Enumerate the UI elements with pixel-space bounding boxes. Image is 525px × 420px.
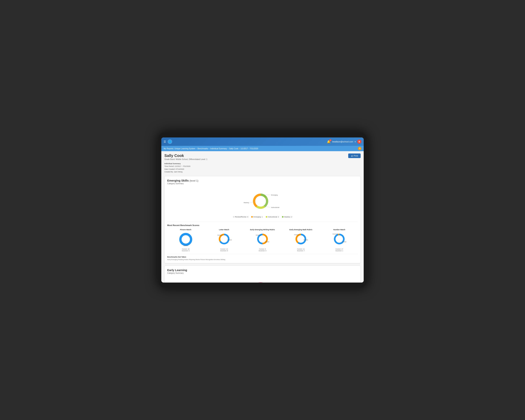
legend-dot-instructional — [266, 216, 267, 218]
emerging-skills-chart: Emerging Mastery Instructional Review/Re… — [167, 187, 358, 220]
globe-icon: 🌐 — [168, 139, 172, 144]
benchmark-writing-rubric-scores: Correct: 9Incorrect: 9 — [259, 248, 266, 252]
user-avatar: B — [357, 140, 361, 144]
legend-review-label: Review/Revise: 0 — [235, 216, 248, 218]
legend-mastery: Mastery: 2 — [282, 216, 292, 218]
emerging-skills-donut-svg: Emerging Mastery Instructional — [244, 189, 281, 214]
benchmark-letter-match: Letter Match Incorrect — [211, 229, 237, 252]
svg-point-28 — [253, 282, 268, 282]
benchmarks-not-taken: Benchmarks Not Taken Early Emerging Read… — [167, 254, 358, 261]
breadcrumb-sep-4: › — [239, 148, 240, 150]
emerging-skills-legend: Review/Revise: 0 Emerging: 1 Instruction… — [233, 216, 292, 218]
emerging-skills-title: Emerging Skills (level 1) — [167, 179, 358, 182]
breadcrumb-item-1[interactable]: My Reports: Unique Learning System — [164, 148, 195, 150]
breadcrumb-item-4[interactable]: Sally Cook — [229, 148, 238, 150]
breadcrumb-sep-1: › — [196, 148, 197, 150]
student-name: Sally Cook — [164, 153, 207, 158]
svg-text:Correct: Correct — [183, 245, 188, 246]
svg-text:Incorrect: Incorrect — [256, 234, 261, 236]
app-header: ☰ 🌐 🔔 2 bwallace@school.com ▾ B — [161, 138, 364, 146]
early-learning-donut-svg: Review/Revise — [244, 278, 281, 282]
benchmark-writing-rubric: Early Emerging Writing Rubric — [249, 229, 276, 252]
breadcrumb-sep-2: › — [209, 148, 209, 150]
legend-emerging-label: Emerging: 1 — [253, 216, 263, 218]
page-header: Sally Cook Grade Band: Middle School, Di… — [164, 153, 361, 160]
svg-text:Correct: Correct — [265, 241, 269, 243]
report-info: Individual Summary Time Period: 1/1/2017… — [164, 162, 361, 173]
benchmark-scores-section: Most Recent Benchmark Scores Picture Mat… — [167, 222, 358, 261]
report-date-created: Date Created: 07/14/2020 — [164, 168, 361, 170]
help-icon[interactable]: ? — [358, 147, 361, 150]
legend-mastery-label: Mastery: 2 — [284, 216, 292, 218]
header-right: 🔔 2 bwallace@school.com ▾ B — [327, 140, 361, 144]
svg-point-8 — [221, 236, 227, 242]
benchmark-letter-match-label: Letter Match — [219, 229, 229, 231]
emerging-label: Emerging — [271, 194, 278, 196]
legend-instructional-label: Instructional: 2 — [268, 216, 279, 218]
early-learning-title: Early Learning — [167, 268, 358, 272]
tablet-frame: ☰ 🌐 🔔 2 bwallace@school.com ▾ B My Repor… — [158, 132, 367, 288]
early-learning-subtitle: Category Summary — [167, 272, 358, 274]
emerging-skills-subtitle: Category Summary — [167, 183, 358, 185]
svg-text:Incorrect: Incorrect — [294, 234, 299, 235]
early-learning-section: Early Learning Category Summary Review/R… — [164, 266, 361, 282]
mastery-label: Mastery — [244, 202, 249, 204]
report-created-by: Created By: Jami Wong — [164, 170, 361, 173]
legend-instructional: Instructional: 2 — [266, 216, 279, 218]
notification-badge: 2 — [329, 139, 331, 141]
legend-review: Review/Revise: 0 — [233, 216, 248, 218]
svg-point-18 — [298, 236, 304, 242]
benchmark-picture-match: Picture Match Correct Correct: 18Incorre… — [172, 229, 199, 252]
benchmark-number-match-scores: Correct: 17Incorrect: 1 — [335, 248, 343, 252]
benchmark-writing-chart: Incorrect Correct — [255, 232, 270, 247]
benchmark-number-match: Number Match Incorrect Correct — [326, 229, 353, 252]
benchmark-number-match-label: Number Match — [333, 229, 345, 231]
legend-dot-review — [233, 216, 234, 218]
benchmark-number-match-chart: Incorrect Correct — [332, 232, 347, 247]
user-email: bwallace@school.com — [332, 140, 353, 143]
report-time-period: Time Period: 1/1/2017 - 7/31/2020 — [164, 165, 361, 168]
svg-point-0 — [255, 196, 266, 206]
not-taken-items: Early Emerging Reading Rubric Rhyming Wo… — [167, 259, 358, 261]
student-grade: Grade Band: Middle School, Differentiate… — [164, 158, 207, 160]
breadcrumb-sep-3: › — [228, 148, 228, 150]
svg-point-5 — [183, 236, 189, 243]
benchmarks-grid: Picture Match Correct Correct: 18Incorre… — [167, 229, 358, 252]
header-left: ☰ 🌐 — [164, 139, 172, 144]
hamburger-icon[interactable]: ☰ — [164, 140, 166, 143]
benchmark-math-rubric-label: Early Emerging Math Rubric — [290, 229, 312, 231]
breadcrumb: My Reports: Unique Learning System › Ben… — [164, 148, 258, 150]
print-button[interactable]: 🖨 Print — [348, 153, 361, 158]
benchmark-letter-match-scores: Correct: 12Incorrect: 6 — [220, 248, 228, 252]
user-dropdown-icon[interactable]: ▾ — [355, 141, 356, 143]
svg-text:Correct: Correct — [228, 239, 232, 241]
instructional-label: Instructional — [271, 206, 279, 208]
student-info: Sally Cook Grade Band: Middle School, Di… — [164, 153, 207, 160]
breadcrumb-item-3[interactable]: Individual Summary — [210, 148, 227, 150]
benchmark-math-rubric-scores: Correct: 11Incorrect: 7 — [297, 248, 305, 252]
legend-dot-mastery — [282, 216, 283, 218]
emerging-skills-donut-wrap: Emerging Mastery Instructional Review/Re… — [233, 189, 292, 218]
not-taken-title: Benchmarks Not Taken — [167, 256, 358, 258]
benchmarks-title: Most Recent Benchmark Scores — [167, 224, 358, 226]
benchmark-letter-match-chart: Incorrect Correct — [216, 232, 232, 247]
legend-dot-emerging — [251, 216, 253, 218]
benchmark-picture-match-scores: Correct: 18Incorrect: 0 — [182, 248, 190, 252]
early-learning-chart: Review/Revise Review/Revise: 1 Emerging:… — [167, 276, 358, 282]
emerging-skills-section: Emerging Skills (level 1) Category Summa… — [164, 176, 361, 263]
benchmark-picture-match-chart: Correct — [178, 232, 193, 247]
early-learning-donut-wrap: Review/Revise Review/Revise: 1 Emerging:… — [233, 278, 292, 282]
svg-point-23 — [336, 236, 342, 242]
breadcrumb-item-5[interactable]: 1/1/2017 - 7/31/2020 — [241, 148, 258, 150]
main-content: Sally Cook Grade Band: Middle School, Di… — [161, 151, 364, 282]
notification-bell[interactable]: 🔔 2 — [327, 140, 331, 144]
benchmark-writing-rubric-label: Early Emerging Writing Rubric — [250, 229, 275, 231]
benchmark-picture-match-label: Picture Match — [180, 229, 191, 231]
breadcrumb-bar: My Reports: Unique Learning System › Ben… — [161, 146, 364, 151]
benchmark-math-chart: Incorrect Correct — [293, 232, 309, 247]
tablet-screen: ☰ 🌐 🔔 2 bwallace@school.com ▾ B My Repor… — [161, 138, 364, 282]
legend-emerging: Emerging: 1 — [251, 216, 263, 218]
report-info-title-label: Individual Summary — [164, 163, 181, 165]
breadcrumb-item-2[interactable]: Benchmarks — [197, 148, 208, 150]
benchmark-math-rubric: Early Emerging Math Rubric Incorrect Cor… — [288, 229, 314, 252]
